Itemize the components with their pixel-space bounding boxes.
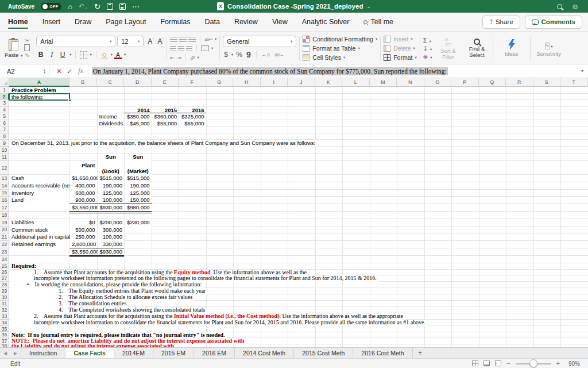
sheet-tab-2014em[interactable]: 2014EM <box>114 348 153 358</box>
row-header-29[interactable]: 29 <box>0 288 9 294</box>
bold-button[interactable]: B <box>36 51 45 59</box>
cell-A22[interactable]: Retained earnings <box>10 241 69 248</box>
col-header-P[interactable]: P <box>451 78 479 87</box>
menu-tab-review[interactable]: Review <box>234 13 258 31</box>
home-icon[interactable]: ⌂ <box>68 3 72 10</box>
zoom-out-icon[interactable]: − <box>506 360 510 367</box>
cell-A9[interactable]: On December 31, 2013, just prior to the … <box>10 140 317 147</box>
col-header-G[interactable]: G <box>206 78 234 87</box>
cell-C19[interactable]: $200,000 <box>98 219 125 227</box>
format-painter-icon[interactable]: ✎ <box>25 53 30 59</box>
cell-D15[interactable]: 125,000 <box>125 190 152 197</box>
font-color-icon[interactable]: A <box>114 51 122 58</box>
row-header-21[interactable]: 21 <box>0 233 9 241</box>
cell-A34[interactable]: incomplete worksheet information to cons… <box>10 320 427 326</box>
row-header-12[interactable]: 12 <box>0 161 9 175</box>
row-header-28[interactable]: 28 <box>0 282 9 288</box>
menu-tab-home[interactable]: Home <box>8 13 28 31</box>
redo-icon[interactable]: ↻ <box>94 3 100 10</box>
cell-D19[interactable]: $230,000 <box>125 219 152 227</box>
cell-D6[interactable]: $45,000 <box>125 120 152 127</box>
cell-C11[interactable]: Sun <box>98 154 125 161</box>
cell-D13[interactable]: $515,000 <box>125 175 152 182</box>
row-header-24[interactable]: 24 <box>0 256 9 263</box>
cell-A20[interactable]: Common stock <box>10 227 69 234</box>
cell-F5[interactable]: $325,000 <box>179 113 206 120</box>
row-header-26[interactable]: 26 <box>0 270 9 276</box>
find-select-button[interactable]: Find & Select <box>465 34 490 62</box>
workbook-title[interactable]: Consolidation Case -Spring 2021_deployed <box>227 3 363 10</box>
cell-C13[interactable]: $515,000 <box>98 175 125 182</box>
clear-icon[interactable]: ◈ ▾ <box>423 53 432 60</box>
col-header-H[interactable]: H <box>233 78 261 87</box>
currency-format-icon[interactable]: $ <box>224 51 228 59</box>
row-header-14[interactable]: 14 <box>0 182 9 190</box>
row-header-1[interactable]: 1 <box>0 87 9 94</box>
enter-icon[interactable]: ✓ <box>67 67 72 75</box>
name-box-spinner[interactable]: ▴▾ <box>44 69 45 73</box>
delete-cells-button[interactable]: Delete▾ <box>384 44 417 53</box>
menu-tab-tell-me[interactable]: Tell me <box>363 13 393 31</box>
menu-tab-insert[interactable]: Insert <box>42 13 60 31</box>
col-header-D[interactable]: D <box>124 78 152 87</box>
cell-C14[interactable]: 190,000 <box>98 182 125 190</box>
borders-icon[interactable] <box>80 51 87 59</box>
sheet-tab-2015-em[interactable]: 2015 EM <box>153 348 194 358</box>
row-header-36[interactable]: 36 <box>0 332 9 339</box>
page-break-view-icon[interactable] <box>495 361 501 366</box>
align-middle-icon[interactable] <box>179 37 187 42</box>
col-header-R[interactable]: R <box>506 78 533 87</box>
sheet-tab-2016-cost-meth[interactable]: 2016 Cost Meth <box>353 348 412 358</box>
col-header-T[interactable]: T <box>560 78 588 87</box>
col-header-J[interactable]: J <box>288 78 315 87</box>
sheet-tab-2015-cost-meth[interactable]: 2015 Cost Meth <box>294 348 353 358</box>
conditional-formatting-button[interactable]: Conditional Formatting▾ <box>303 34 377 44</box>
row-header-5[interactable]: 5 <box>0 113 9 120</box>
zoom-in-icon[interactable]: + <box>556 360 560 367</box>
share-button[interactable]: ⤴Share <box>482 16 520 29</box>
cell-B13[interactable]: $1,650,000 <box>70 175 97 182</box>
cell-A13[interactable]: Cash <box>10 175 69 182</box>
row-header-13[interactable]: 13 <box>0 175 9 182</box>
save-icon[interactable] <box>107 3 113 10</box>
cell-D12[interactable]: (Market) <box>125 161 152 175</box>
smiley-feedback-icon[interactable]: ☺ <box>571 3 579 10</box>
cell-A14[interactable]: Accounts receivable (net) <box>10 182 69 190</box>
col-header-F[interactable]: F <box>179 78 206 87</box>
row-header-20[interactable]: 20 <box>0 227 9 234</box>
row-header-32[interactable]: 32 <box>0 307 9 313</box>
menu-tab-page-layout[interactable]: Page Layout <box>106 13 146 31</box>
cell-E5[interactable]: $360,000 <box>152 113 179 120</box>
row-header-3[interactable]: 3 <box>0 100 9 107</box>
row-header-27[interactable]: 27 <box>0 275 9 282</box>
formula-input[interactable]: On January 1, 2014, Plant Company purcha… <box>88 64 577 78</box>
cell-B14[interactable]: 400,000 <box>70 182 97 190</box>
cell-B19[interactable]: $0 <box>70 219 97 227</box>
cell-C12[interactable]: (Book) <box>98 161 125 175</box>
merge-center-icon[interactable]: ↔ <box>201 45 209 51</box>
col-header-N[interactable]: N <box>397 78 424 87</box>
save-as-icon[interactable] <box>119 3 126 10</box>
increase-indent-icon[interactable]: ⇥ <box>176 55 181 61</box>
cell-E6[interactable]: $55,000 <box>152 120 179 127</box>
menu-tab-view[interactable]: View <box>272 13 288 31</box>
cell-D11[interactable]: Sun <box>125 154 152 161</box>
autosave-toggle[interactable]: OFF <box>41 3 61 10</box>
sheet-nav-prev-icon[interactable]: ◀ <box>0 348 10 358</box>
row-header-9[interactable]: 9 <box>0 140 9 147</box>
col-header-B[interactable]: B <box>69 78 97 87</box>
sort-filter-button[interactable]: AZ▽ Sort & Filter <box>436 34 461 62</box>
underline-button[interactable]: U <box>58 51 67 59</box>
italic-button[interactable]: I <box>47 51 56 59</box>
select-all-corner[interactable] <box>0 78 9 87</box>
sensitivity-button[interactable]: ✎▾ Sensitivity <box>533 34 564 62</box>
col-header-Q[interactable]: Q <box>479 78 506 87</box>
decrease-decimal-icon[interactable]: .00→ <box>273 52 284 57</box>
fill-down-icon[interactable]: ↧ ▾ <box>423 45 432 52</box>
cell-A15[interactable]: Inventory <box>10 190 69 197</box>
increase-font-icon[interactable]: Aˆ <box>148 37 153 45</box>
menu-tab-data[interactable]: Data <box>204 13 219 31</box>
comma-format-icon[interactable]: 9 <box>246 53 251 57</box>
row-header-17[interactable]: 17 <box>0 204 9 212</box>
cell-F6[interactable]: $65,000 <box>179 120 206 127</box>
